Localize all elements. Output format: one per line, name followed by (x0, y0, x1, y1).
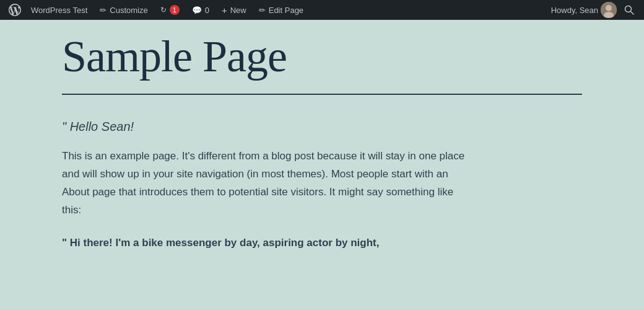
page-content: Sample Page " Hello Sean! This is an exa… (0, 20, 644, 310)
plus-icon: + (222, 5, 227, 16)
body-paragraph: This is an example page. It's different … (62, 148, 471, 219)
svg-point-1 (606, 5, 612, 11)
howdy-text: Howdy, Sean (551, 6, 598, 15)
comments-link[interactable]: 💬 0 (186, 0, 215, 20)
updates-link[interactable]: ↻ 1 (154, 0, 186, 20)
updates-icon: ↻ (160, 6, 167, 14)
search-button[interactable] (619, 0, 639, 20)
svg-line-4 (631, 12, 634, 15)
customize-label: Customize (110, 6, 147, 15)
edit-page-label: Edit Page (269, 6, 303, 15)
pencil-icon: ✏ (100, 6, 107, 15)
avatar[interactable] (601, 2, 617, 18)
edit-pencil-icon: ✏ (259, 6, 266, 15)
site-name-text: WordPress Test (31, 6, 87, 15)
new-label: New (230, 6, 246, 15)
edit-page-link[interactable]: ✏ Edit Page (253, 0, 310, 20)
customize-link[interactable]: ✏ Customize (94, 0, 154, 20)
quote-text: " Hi there! I'm a bike messenger by day,… (62, 237, 379, 249)
page-title: Sample Page (62, 32, 570, 81)
comment-icon: 💬 (192, 6, 202, 15)
title-divider (62, 94, 582, 95)
wp-logo[interactable] (5, 0, 25, 20)
greeting-quote: " Hello Sean! (62, 120, 134, 133)
admin-bar: WordPress Test ✏ Customize ↻ 1 💬 0 + New… (0, 0, 644, 20)
page-title-wrap: Sample Page (0, 20, 644, 87)
comments-count: 0 (205, 6, 209, 15)
updates-count: 1 (170, 5, 180, 15)
page-body: " Hello Sean! This is an example page. I… (0, 113, 533, 252)
body-quote: " Hi there! I'm a bike messenger by day,… (62, 234, 471, 252)
admin-bar-right: Howdy, Sean (551, 0, 639, 20)
site-name-link[interactable]: WordPress Test (25, 0, 94, 20)
greeting-text: " Hello Sean! (62, 120, 471, 134)
new-content-link[interactable]: + New (215, 0, 253, 20)
